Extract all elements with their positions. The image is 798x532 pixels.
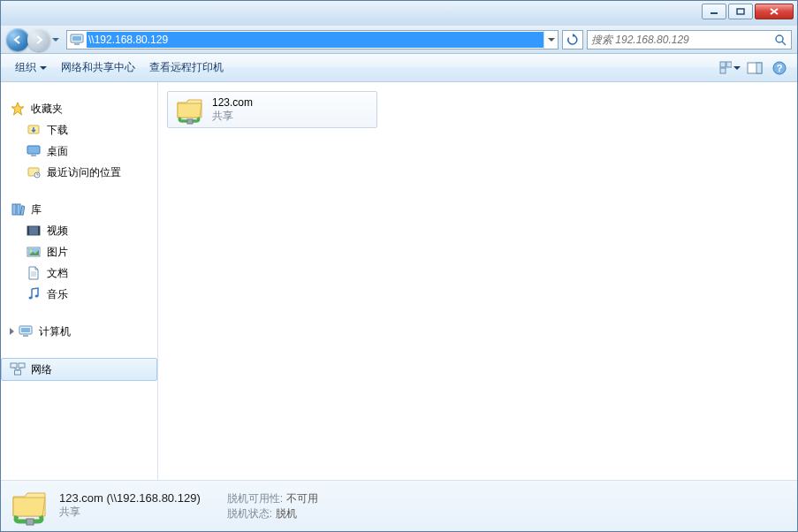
svg-rect-8 (726, 62, 732, 67)
close-button[interactable] (755, 4, 794, 19)
search-button[interactable] (773, 33, 787, 47)
content-pane[interactable]: 123.com 共享 (158, 82, 797, 480)
maximize-button[interactable] (728, 4, 753, 19)
sidebar-item-pictures[interactable]: 图片 (1, 241, 157, 262)
organize-menu[interactable]: 组织 (8, 57, 54, 79)
sidebar-item-label: 图片 (47, 245, 68, 260)
sidebar-item-music[interactable]: 音乐 (1, 284, 157, 305)
maximize-icon (736, 8, 745, 15)
preview-pane-button[interactable] (744, 57, 765, 79)
sidebar-item-label: 音乐 (47, 287, 68, 302)
svg-rect-1 (737, 9, 744, 14)
svg-rect-35 (23, 335, 28, 337)
svg-point-5 (776, 35, 783, 42)
details-shared-folder-icon (10, 486, 50, 527)
network-label: 网络 (31, 362, 52, 377)
svg-rect-15 (27, 146, 40, 154)
svg-rect-11 (756, 63, 762, 73)
svg-rect-21 (20, 206, 25, 215)
sidebar-item-documents[interactable]: 文档 (1, 262, 157, 284)
shared-folder-icon (175, 95, 205, 125)
view-options-icon (719, 61, 732, 75)
view-options-button[interactable] (719, 57, 741, 79)
svg-rect-42 (27, 519, 34, 525)
command-bar: 组织 网络和共享中心 查看远程打印机 ? (1, 54, 797, 82)
back-button[interactable] (6, 28, 29, 51)
share-item-text: 123.com 共享 (212, 96, 253, 124)
svg-rect-38 (15, 370, 21, 375)
view-remote-printers[interactable]: 查看远程打印机 (142, 57, 231, 79)
address-bar[interactable] (66, 30, 559, 49)
window-controls (702, 4, 794, 19)
details-sub: 共享 (59, 505, 201, 520)
svg-rect-20 (17, 204, 20, 215)
recent-icon (26, 164, 42, 180)
window-titlebar (1, 1, 797, 26)
arrow-left-icon (12, 34, 23, 45)
svg-rect-19 (12, 204, 16, 215)
sidebar-item-label: 视频 (47, 224, 68, 239)
share-item-name: 123.com (212, 96, 253, 109)
details-title: 123.com (\\192.168.80.129) (59, 491, 201, 505)
sidebar-item-label: 下载 (47, 123, 68, 138)
chevron-down-icon (733, 66, 741, 70)
address-dropdown[interactable] (543, 31, 558, 49)
libraries-icon (10, 201, 26, 217)
help-button[interactable]: ? (769, 57, 790, 79)
svg-rect-36 (11, 363, 17, 368)
libraries-label: 库 (31, 202, 42, 217)
view-printers-label: 查看远程打印机 (149, 60, 224, 75)
sidebar-item-recent[interactable]: 最近访问的位置 (1, 162, 157, 183)
sidebar-favorites[interactable]: 收藏夹 (1, 98, 157, 119)
sidebar-network[interactable]: 网络 (1, 358, 157, 381)
arrow-right-icon (34, 34, 44, 45)
forward-button[interactable] (27, 28, 50, 51)
share-item[interactable]: 123.com 共享 (167, 91, 377, 128)
minimize-button[interactable] (702, 4, 726, 19)
documents-icon (26, 265, 42, 281)
video-icon (26, 223, 42, 239)
minimize-icon (710, 8, 718, 15)
favorites-label: 收藏夹 (31, 102, 63, 117)
pictures-icon (26, 244, 42, 260)
svg-point-31 (29, 297, 33, 300)
svg-line-6 (782, 42, 786, 45)
preview-pane-icon (747, 62, 763, 74)
address-input[interactable] (87, 32, 543, 48)
svg-rect-9 (720, 68, 726, 73)
svg-point-32 (35, 295, 39, 298)
network-center-label: 网络和共享中心 (61, 60, 135, 75)
history-dropdown[interactable] (49, 28, 63, 51)
sidebar-item-videos[interactable]: 视频 (1, 220, 157, 241)
computer-icon (18, 323, 34, 339)
svg-text:?: ? (777, 63, 783, 73)
svg-rect-23 (27, 226, 29, 235)
svg-rect-41 (187, 119, 193, 124)
search-icon (774, 34, 787, 46)
search-box[interactable] (587, 30, 792, 49)
search-input[interactable] (591, 34, 773, 46)
navigation-bar (1, 26, 797, 54)
downloads-icon (26, 122, 42, 138)
network-sharing-center[interactable]: 网络和共享中心 (54, 57, 142, 79)
organize-label: 组织 (15, 60, 36, 75)
sidebar-computer[interactable]: 计算机 (1, 321, 157, 342)
sidebar-libraries[interactable]: 库 (1, 199, 157, 220)
offline-avail-value: 不可用 (286, 491, 318, 506)
sidebar-item-desktop[interactable]: 桌面 (1, 141, 157, 162)
nav-buttons (6, 28, 63, 51)
computer-label: 计算机 (39, 324, 71, 339)
chevron-down-icon (40, 66, 47, 70)
svg-rect-3 (72, 36, 81, 41)
svg-rect-24 (38, 226, 40, 235)
chevron-down-icon (548, 38, 555, 42)
navigation-pane: 收藏夹 下载 桌面 最近访问的位置 库 视频 图片 文档 (1, 82, 158, 480)
close-icon (769, 7, 779, 16)
help-icon: ? (772, 61, 787, 75)
music-icon (26, 286, 42, 302)
refresh-button[interactable] (562, 30, 583, 49)
details-text: 123.com (\\192.168.80.129) 共享 脱机可用性: 不可用… (59, 491, 318, 521)
offline-avail-label: 脱机可用性: (227, 491, 283, 506)
sidebar-item-downloads[interactable]: 下载 (1, 119, 157, 141)
details-pane: 123.com (\\192.168.80.129) 共享 脱机可用性: 不可用… (1, 480, 797, 531)
